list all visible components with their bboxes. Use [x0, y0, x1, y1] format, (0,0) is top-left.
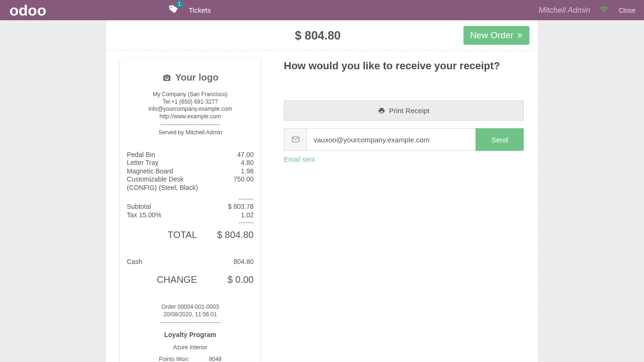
company-name: My Company (San Francisco)	[127, 91, 254, 99]
new-order-label: New Order	[470, 30, 513, 41]
separator: --------	[127, 219, 254, 226]
subtotal-label: Subtotal	[127, 203, 221, 211]
total-value: $ 804.80	[216, 229, 254, 241]
email-input[interactable]	[306, 128, 476, 151]
separator: --------------------------------	[127, 319, 254, 326]
subtotal-value: $ 803.78	[221, 203, 254, 211]
item-name: Customizable Desk (CONFIG) (Steel, Black…	[127, 175, 202, 192]
item-name: Letter Tray	[127, 159, 221, 167]
separator: --------	[127, 196, 254, 203]
new-order-button[interactable]: New Order	[463, 26, 529, 45]
line-item: Pedal Bin 47.00	[127, 151, 254, 159]
top-bar: $ 804.80 New Order	[106, 20, 538, 51]
served-by: Served by Mitchell Admin	[127, 129, 254, 137]
body-grid: Your logo My Company (San Francisco) Tel…	[106, 51, 538, 362]
tickets-count-badge: 1	[176, 1, 183, 7]
email-icon-box	[284, 128, 306, 151]
line-item: Letter Tray 4.80	[127, 159, 254, 167]
item-name: Pedal Bin	[127, 151, 221, 159]
order-total: $ 804.80	[229, 29, 340, 42]
printer-icon	[378, 107, 385, 114]
total-label: TOTAL	[127, 229, 216, 241]
item-name: Magnetic Board	[127, 167, 221, 176]
footer-block: Order 00004-001-0003 20/08/2020, 11:56:0…	[127, 304, 254, 362]
print-receipt-label: Print Receipt	[389, 107, 429, 115]
right-column: How would you like to receive your recei…	[284, 58, 524, 362]
header-right: Mitchell Admin Close	[538, 5, 636, 16]
points-won-label: Points Won:	[159, 356, 189, 362]
line-item: Magnetic Board 1.98	[127, 167, 254, 176]
tax-value: 1.02	[221, 211, 254, 220]
camera-icon	[162, 74, 172, 82]
item-price: 1.98	[221, 167, 254, 176]
order-datetime: 20/08/2020, 11:56:01	[127, 311, 254, 319]
send-button[interactable]: Send	[476, 128, 524, 151]
company-website: http://www.example.com	[127, 113, 254, 121]
print-receipt-button[interactable]: Print Receipt	[284, 100, 524, 121]
order-reference: Order 00004-001-0003	[127, 304, 254, 311]
chevron-double-right-icon	[516, 32, 523, 39]
item-price: 47.00	[221, 151, 254, 159]
item-price: 750.00	[221, 175, 254, 192]
app-logo: odoo	[9, 3, 46, 18]
email-status: Email sent.	[284, 156, 524, 163]
loyalty-partner: Azure Interior	[127, 344, 254, 352]
receipt-preview: Your logo My Company (San Francisco) Tel…	[120, 58, 260, 362]
change-label: CHANGE	[127, 274, 216, 286]
change-value: $ 0.00	[216, 274, 254, 286]
total-line: TOTAL $ 804.80	[127, 229, 254, 241]
change-line: CHANGE $ 0.00	[127, 274, 254, 286]
user-name[interactable]: Mitchell Admin	[538, 6, 590, 15]
logo-placeholder-text: Your logo	[175, 72, 219, 83]
tax-label: Tax 15.00%	[127, 211, 221, 220]
receipt-question: How would you like to receive your recei…	[284, 60, 524, 72]
app-header: odoo 1 Tickets Mitchell Admin Close	[0, 0, 644, 20]
points-won-value: 8048	[209, 356, 222, 362]
wifi-icon	[600, 5, 609, 16]
tickets-icon[interactable]: 1	[169, 4, 178, 16]
line-items: Pedal Bin 47.00 Letter Tray 4.80 Magneti…	[127, 151, 254, 192]
receipt-logo-placeholder: Your logo	[127, 70, 254, 91]
loyalty-title: Loyalty Program	[127, 331, 254, 339]
payment-method: Cash	[127, 258, 221, 266]
line-item: Customizable Desk (CONFIG) (Steel, Black…	[127, 175, 254, 192]
payment-line: Cash 804.80	[127, 258, 254, 266]
subtotal-line: Subtotal $ 803.78	[127, 203, 254, 211]
email-row: Send	[284, 128, 524, 151]
close-button[interactable]: Close	[619, 7, 636, 14]
tax-line: Tax 15.00% 1.02	[127, 211, 254, 220]
item-price: 4.80	[221, 159, 254, 167]
envelope-icon	[292, 136, 299, 143]
loyalty-points-won: Points Won: 8048	[127, 356, 254, 362]
separator: --------------------------------	[127, 121, 254, 128]
payments-block: Cash 804.80 CHANGE $ 0.00	[127, 258, 254, 286]
tickets-label[interactable]: Tickets	[189, 6, 211, 14]
company-tel: Tel:+1 (650) 691-3277	[127, 99, 254, 106]
header-center: 1 Tickets	[169, 4, 538, 16]
content-area: $ 804.80 New Order Your logo My Company …	[106, 20, 538, 362]
totals-block: -------- Subtotal $ 803.78 Tax 15.00% 1.…	[127, 196, 254, 241]
company-email: info@yourcompany.example.com	[127, 106, 254, 113]
svg-rect-0	[292, 137, 299, 142]
payment-value: 804.80	[221, 258, 254, 266]
